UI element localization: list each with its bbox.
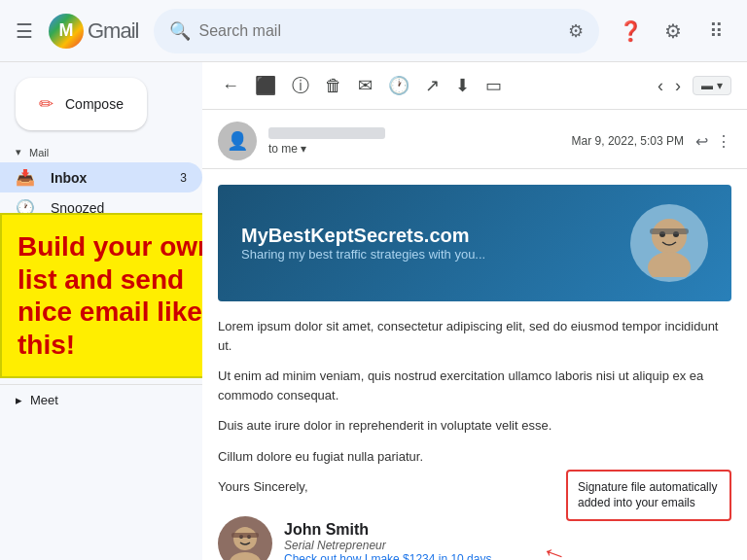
settings-icon[interactable]: ⚙ bbox=[658, 16, 689, 47]
svg-point-0 bbox=[652, 219, 687, 254]
email-date: Mar 9, 2022, 5:03 PM bbox=[572, 134, 684, 148]
search-input[interactable] bbox=[198, 22, 560, 40]
email-banner: MyBestKeptSecrets.com Sharing my best tr… bbox=[218, 185, 731, 301]
promo-text: Build your own list and send nice email … bbox=[18, 231, 202, 360]
help-icon[interactable]: ❓ bbox=[615, 16, 646, 47]
email-header-icons: ↩ ⋮ bbox=[695, 132, 731, 151]
sender-to[interactable]: to me ▾ bbox=[268, 142, 560, 156]
gmail-m-logo: M bbox=[49, 14, 84, 49]
sender-name bbox=[268, 126, 560, 142]
nav-arrows: ‹ › bbox=[654, 72, 685, 100]
email-para-4: Cillum dolore eu fugiat nulla pariatur. bbox=[218, 447, 731, 467]
inbox-count: 3 bbox=[180, 171, 187, 185]
email-body: MyBestKeptSecrets.com Sharing my best tr… bbox=[202, 169, 747, 560]
to-dropdown-icon: ▾ bbox=[301, 142, 306, 156]
archive-button[interactable]: ⬛ bbox=[251, 71, 280, 100]
meet-text: Meet bbox=[30, 393, 58, 407]
banner-avatar bbox=[630, 204, 708, 282]
delete-button[interactable]: 🗑 bbox=[321, 72, 346, 100]
gmail-logo: M Gmail bbox=[49, 14, 138, 49]
move-button[interactable]: ⬇ bbox=[451, 71, 474, 100]
sig-link[interactable]: Check out how I make $1234 in 10 days bbox=[284, 552, 491, 561]
label-button[interactable]: ▭ bbox=[481, 71, 506, 100]
email-area: ← ⬛ ⓘ 🗑 ✉ 🕐 ↗ ⬇ ▭ ‹ › ▬ ▾ 👤 bbox=[202, 62, 747, 560]
hamburger-menu[interactable]: ☰ bbox=[16, 19, 33, 43]
sender-avatar: 👤 bbox=[218, 122, 257, 160]
snooze-button[interactable]: 🕐 bbox=[384, 71, 413, 100]
search-icon: 🔍 bbox=[169, 20, 191, 42]
sig-name: John Smith bbox=[284, 521, 491, 539]
gmail-label: Gmail bbox=[88, 18, 138, 44]
banner-site: MyBestKeptSecrets.com bbox=[241, 225, 485, 247]
main-layout: ✏ Compose ▾ Mail 📥 Inbox 3 🕐 Snoozed ℹ I… bbox=[0, 62, 747, 560]
svg-point-6 bbox=[230, 552, 261, 561]
banner-sub: Sharing my best traffic strategies with … bbox=[241, 247, 485, 262]
reply-icon[interactable]: ↩ bbox=[695, 132, 708, 151]
view-dropdown-icon: ▾ bbox=[717, 79, 723, 92]
view-toggle[interactable]: ▬ ▾ bbox=[693, 76, 731, 95]
sender-info: to me ▾ bbox=[268, 126, 560, 156]
back-button[interactable]: ← bbox=[218, 72, 243, 100]
email-para-1: Lorem ipsum dolor sit amet, consectetur … bbox=[218, 317, 731, 355]
signature-avatar bbox=[218, 516, 272, 561]
sig-title: Serial Netrepreneur bbox=[284, 539, 491, 552]
pencil-icon: ✏ bbox=[39, 93, 53, 115]
sig-info: John Smith Serial Netrepreneur Check out… bbox=[284, 521, 491, 561]
apps-icon[interactable]: ⠿ bbox=[700, 16, 731, 47]
svg-point-5 bbox=[233, 527, 257, 550]
next-email-button[interactable]: › bbox=[671, 72, 685, 100]
to-label: to me bbox=[268, 142, 298, 156]
callout-text: Signature file automatically added into … bbox=[578, 480, 717, 510]
top-icons: ❓ ⚙ ⠿ bbox=[615, 16, 731, 47]
meet-section: ▸ Meet bbox=[0, 384, 202, 415]
email-toolbar: ← ⬛ ⓘ 🗑 ✉ 🕐 ↗ ⬇ ▭ ‹ › ▬ ▾ bbox=[202, 62, 747, 110]
meet-label[interactable]: ▸ Meet bbox=[16, 393, 187, 407]
email-para-3: Duis aute irure dolor in reprehenderit i… bbox=[218, 416, 731, 436]
svg-rect-4 bbox=[650, 228, 689, 234]
mail-section-label[interactable]: ▾ Mail bbox=[0, 138, 202, 162]
more-button[interactable]: ↗ bbox=[421, 71, 444, 100]
svg-point-1 bbox=[648, 252, 691, 277]
prev-email-button[interactable]: ‹ bbox=[654, 72, 667, 100]
sidebar-item-inbox[interactable]: 📥 Inbox 3 bbox=[0, 162, 202, 192]
report-button[interactable]: ⓘ bbox=[288, 70, 313, 101]
inbox-label: Inbox bbox=[51, 170, 164, 186]
signature-area: John Smith Serial Netrepreneur Check out… bbox=[218, 508, 731, 561]
compose-label: Compose bbox=[65, 96, 124, 112]
more-options-icon[interactable]: ⋮ bbox=[716, 132, 731, 151]
promo-overlay: Build your own list and send nice email … bbox=[0, 213, 202, 378]
banner-text: MyBestKeptSecrets.com Sharing my best tr… bbox=[241, 225, 485, 262]
filter-icon[interactable]: ⚙ bbox=[568, 20, 584, 42]
callout-arrow-icon: ← bbox=[536, 534, 572, 560]
email-header: 👤 to me ▾ Mar 9, 2022, 5:03 PM ↩ ⋮ bbox=[202, 110, 747, 169]
inbox-icon: 📥 bbox=[16, 168, 35, 187]
mail-label: Mail bbox=[29, 147, 49, 158]
sig-callout: Signature file automatically added into … bbox=[566, 470, 731, 522]
svg-rect-9 bbox=[231, 533, 259, 538]
top-bar: ☰ M Gmail 🔍 ⚙ ❓ ⚙ ⠿ bbox=[0, 0, 747, 62]
mark-read-button[interactable]: ✉ bbox=[354, 71, 376, 100]
sidebar: ✏ Compose ▾ Mail 📥 Inbox 3 🕐 Snoozed ℹ I… bbox=[0, 62, 202, 560]
compose-button[interactable]: ✏ Compose bbox=[16, 78, 147, 130]
meet-arrow-icon: ▸ bbox=[16, 393, 22, 407]
search-bar[interactable]: 🔍 ⚙ bbox=[154, 9, 599, 53]
view-icon: ▬ bbox=[701, 79, 713, 92]
email-para-2: Ut enim ad minim veniam, quis nostrud ex… bbox=[218, 367, 731, 404]
mail-arrow-icon: ▾ bbox=[16, 146, 21, 158]
